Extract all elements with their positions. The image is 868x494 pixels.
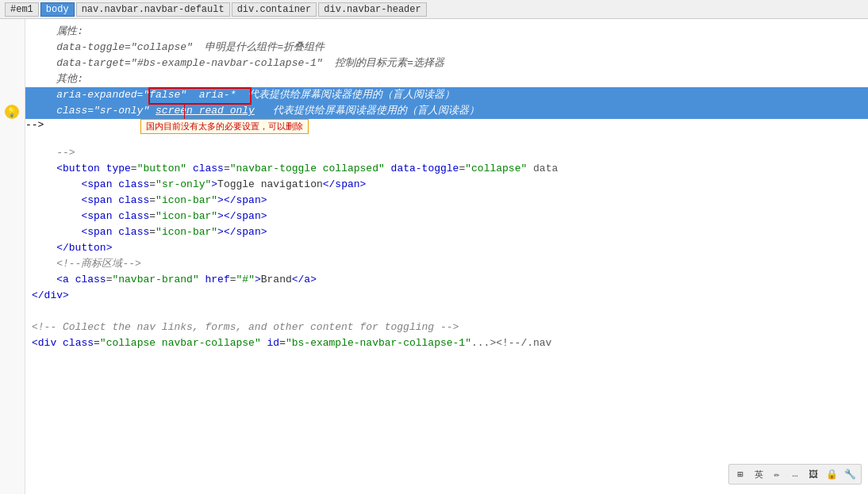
code-line: </div> xyxy=(25,288,868,304)
breadcrumb-navbar-header[interactable]: div.navbar-header xyxy=(318,2,426,17)
main-area: 💡 属性: data-toggle="collapse" 申明是什么组件=折叠组… xyxy=(0,19,868,494)
toolbar-icons: ⊞ 英 ✏ … 🖼 🔒 🔧 xyxy=(728,464,862,484)
code-line: 其他: xyxy=(25,71,868,87)
code-line-button: <button type="button" class="navbar-togg… xyxy=(25,161,868,177)
breadcrumb-bar: #em1 body nav.navbar.navbar-default div.… xyxy=(0,0,868,19)
line-content: <span class="sr-only">Toggle navigation<… xyxy=(25,177,372,193)
code-area[interactable]: 属性: data-toggle="collapse" 申明是什么组件=折叠组件 … xyxy=(25,19,868,494)
code-line: data-target="#bs-example-navbar-collapse… xyxy=(25,56,868,71)
line-content: 其他: xyxy=(25,71,90,87)
line-content: 属性: xyxy=(25,24,90,40)
toolbar-icon-image[interactable]: 🖼 xyxy=(805,466,821,482)
code-line: <!--商标区域--> xyxy=(25,256,868,272)
line-content: <div class="collapse navbar-collapse" id… xyxy=(25,335,558,351)
line-content: <span class="icon-bar"></span> xyxy=(25,193,274,209)
line-content: --> xyxy=(25,145,82,161)
toolbar-icon-lang[interactable]: 英 xyxy=(751,466,766,482)
line-content: data-target="#bs-example-navbar-collapse… xyxy=(25,56,451,71)
line-content: data-toggle="collapse" 申明是什么组件=折叠组件 xyxy=(25,40,331,56)
code-line: <div class="collapse navbar-collapse" id… xyxy=(25,335,868,351)
toolbar-icon-settings[interactable]: 🔧 xyxy=(842,466,858,482)
line-content: <!-- Collect the nav links, forms, and o… xyxy=(25,320,465,335)
bulb-icon: 💡 xyxy=(5,105,19,119)
breadcrumb-body[interactable]: body xyxy=(40,2,75,17)
code-line: </button> xyxy=(25,240,868,256)
toolbar-icon-layout[interactable]: ⊞ xyxy=(732,466,748,482)
code-line: <span class="sr-only">Toggle navigation<… xyxy=(25,177,868,193)
line-content: class="sr-only" screen read only 代表提供给屏幕… xyxy=(25,103,486,119)
line-content: </button> xyxy=(25,240,118,256)
code-line: <span class="icon-bar"></span> xyxy=(25,193,868,209)
code-line: <!-- Collect the nav links, forms, and o… xyxy=(25,320,868,335)
code-line: <span class="icon-bar"></span> xyxy=(25,209,868,224)
toolbar-icon-dots[interactable]: … xyxy=(787,466,803,482)
toolbar-icon-lock[interactable]: 🔒 xyxy=(824,466,839,482)
line-content: <!--商标区域--> xyxy=(25,256,148,272)
breadcrumb-container[interactable]: div.container xyxy=(232,2,317,17)
gutter: 💡 xyxy=(0,19,25,494)
code-line: --> xyxy=(25,145,868,161)
code-lines: 属性: data-toggle="collapse" 申明是什么组件=折叠组件 … xyxy=(25,19,868,356)
line-content: <button type="button" class="navbar-togg… xyxy=(25,161,564,177)
code-line: <span class="icon-bar"></span> xyxy=(25,224,868,240)
code-line-highlighted-2: class="sr-only" screen read only 代表提供给屏幕… xyxy=(25,103,868,119)
line-content: <a class="navbar-brand" href="#">Brand</… xyxy=(25,272,323,288)
annotation-line xyxy=(184,103,185,119)
code-line-highlighted-1: aria-expanded="false" aria-* 代表提供给屏幕阅读器使… xyxy=(25,87,868,103)
line-content: <span class="icon-bar"></span> xyxy=(25,224,274,240)
line-content: aria-expanded="false" aria-* 代表提供给屏幕阅读器使… xyxy=(25,87,461,103)
code-line: data-toggle="collapse" 申明是什么组件=折叠组件 xyxy=(25,40,868,56)
breadcrumb-em1[interactable]: #em1 xyxy=(5,2,39,17)
code-line-spacer xyxy=(25,304,868,320)
toolbar-icon-edit[interactable]: ✏ xyxy=(769,466,785,482)
line-content: <span class="icon-bar"></span> xyxy=(25,209,274,224)
annotation-bubble: 国内目前没有太多的必要设置，可以删除 xyxy=(140,119,309,134)
line-content: </div> xyxy=(25,288,75,304)
breadcrumb-nav[interactable]: nav.navbar.navbar-default xyxy=(76,2,230,17)
code-line: <a class="navbar-brand" href="#">Brand</… xyxy=(25,272,868,288)
code-line: 属性: xyxy=(25,24,868,40)
